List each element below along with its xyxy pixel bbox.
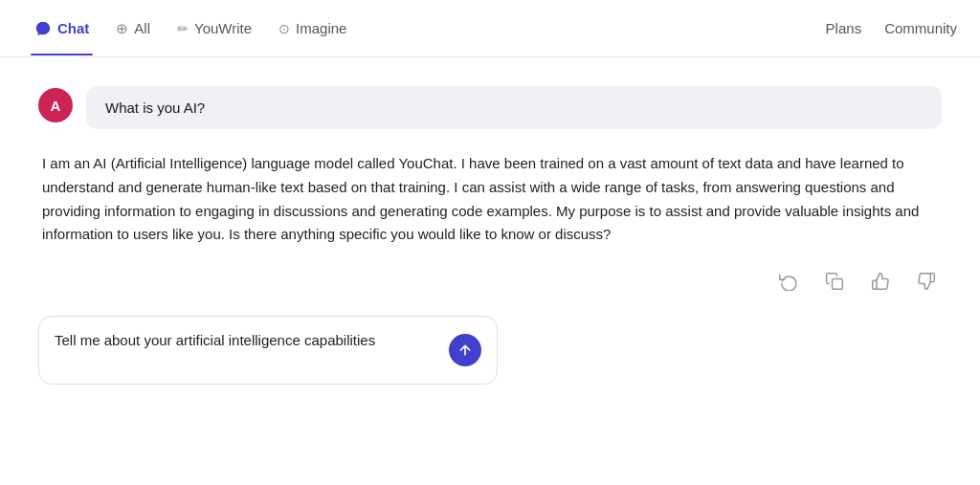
nav-label-chat: Chat — [57, 20, 89, 36]
community-link[interactable]: Community — [884, 20, 957, 36]
nav-item-chat[interactable]: Chat — [23, 11, 100, 45]
nav-label-imagine: Imagine — [296, 20, 346, 36]
ai-response: I am an AI (Artificial Intelligence) lan… — [38, 152, 942, 247]
chat-icon — [34, 19, 52, 37]
main-content: A What is you AI? I am an AI (Artificial… — [0, 57, 980, 408]
nav-item-youwrite[interactable]: ✏ YouWrite — [166, 12, 263, 44]
all-icon: ⊕ — [116, 20, 128, 37]
action-row — [38, 266, 942, 297]
copy-button[interactable] — [819, 266, 850, 297]
chat-input[interactable] — [55, 330, 439, 370]
avatar: A — [38, 88, 73, 122]
svg-rect-0 — [833, 279, 843, 290]
pencil-icon: ✏ — [177, 21, 189, 36]
input-area — [38, 316, 498, 385]
nav-item-all[interactable]: ⊕ All — [104, 12, 162, 45]
thumbs-up-button[interactable] — [865, 266, 896, 297]
plans-link[interactable]: Plans — [826, 20, 862, 36]
thumbs-down-button[interactable] — [911, 266, 942, 297]
sparkle-icon: ⊙ — [278, 21, 290, 36]
send-button[interactable] — [449, 334, 481, 366]
user-message-row: A What is you AI? — [38, 86, 942, 129]
nav-item-imagine[interactable]: ⊙ Imagine — [267, 12, 358, 44]
header: Chat ⊕ All ✏ YouWrite ⊙ Imagine Plans Co… — [0, 0, 980, 57]
nav-left: Chat ⊕ All ✏ YouWrite ⊙ Imagine — [23, 11, 826, 45]
nav-label-youwrite: YouWrite — [194, 20, 252, 36]
refresh-button[interactable] — [773, 266, 804, 297]
ai-response-text: I am an AI (Artificial Intelligence) lan… — [42, 152, 938, 247]
user-bubble: What is you AI? — [86, 86, 942, 129]
nav-label-all: All — [134, 20, 150, 36]
nav-right: Plans Community — [826, 20, 957, 36]
